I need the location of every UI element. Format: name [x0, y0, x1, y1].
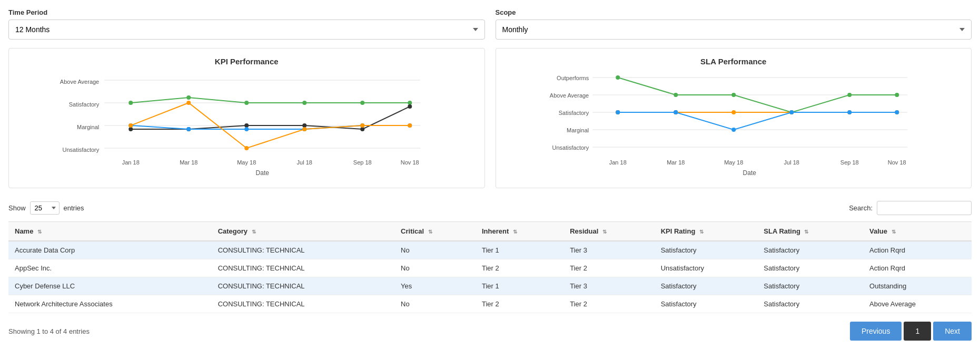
svg-text:Marginal: Marginal [77, 124, 99, 130]
search-input[interactable] [877, 201, 972, 215]
svg-text:Satisfactory: Satisfactory [69, 101, 100, 108]
time-period-label: Time Period [8, 8, 485, 16]
svg-point-25 [360, 127, 364, 131]
time-period-select[interactable]: 12 Months 3 Months 6 Months 24 Months [8, 20, 485, 40]
col-inherent[interactable]: Inherent ⇅ [476, 222, 563, 241]
scope-group: Scope Monthly Quarterly Yearly [496, 8, 972, 40]
scope-label: Scope [496, 8, 972, 16]
table-controls: Show 25 10 50 100 entries Search: [8, 201, 972, 215]
sla-chart-title: SLA Performance [504, 57, 963, 66]
svg-point-26 [408, 104, 412, 109]
page-1-button[interactable]: 1 [904, 322, 931, 341]
svg-text:Date: Date [256, 169, 270, 177]
svg-point-23 [244, 123, 249, 128]
cell-kpiRating: Unsatisfactory [655, 259, 758, 277]
cell-residual: Tier 3 [563, 241, 654, 259]
sla-chart-svg: Outperforms Above Average Satisfactory M… [504, 72, 963, 178]
col-value[interactable]: Value ⇅ [863, 222, 972, 241]
table-header-row: Name ⇅ Category ⇅ Critical ⇅ Inherent ⇅ … [8, 222, 972, 241]
cell-residual: Tier 2 [563, 259, 654, 277]
cell-slaRating: Satisfactory [757, 295, 863, 313]
sort-icon-sla: ⇅ [804, 229, 808, 235]
cell-kpiRating: Satisfactory [655, 277, 758, 295]
sort-icon-value: ⇅ [892, 229, 896, 235]
svg-point-17 [244, 101, 249, 105]
svg-text:Mar 18: Mar 18 [667, 159, 685, 166]
scope-select[interactable]: Monthly Quarterly Yearly [496, 20, 972, 40]
cell-name: Cyber Defense LLC [8, 277, 212, 295]
svg-text:Date: Date [743, 169, 756, 177]
cell-inherent: Tier 2 [476, 295, 563, 313]
svg-text:Sep 18: Sep 18 [840, 159, 858, 166]
showing-text: Showing 1 to 4 of 4 entries [8, 327, 90, 335]
cell-residual: Tier 3 [563, 277, 654, 295]
cell-slaRating: Satisfactory [757, 277, 863, 295]
sort-icon-residual: ⇅ [602, 229, 607, 235]
svg-point-57 [674, 93, 678, 97]
svg-point-34 [186, 101, 191, 105]
svg-point-71 [731, 128, 736, 132]
col-residual[interactable]: Residual ⇅ [563, 222, 654, 241]
svg-point-28 [186, 127, 191, 131]
svg-point-15 [128, 101, 133, 105]
cell-category: CONSULTING: TECHNICAL [212, 259, 394, 277]
charts-row: KPI Performance Above Average Satisfacto… [8, 48, 972, 188]
svg-point-61 [895, 93, 899, 97]
cell-value: Action Rqrd [863, 241, 972, 259]
svg-point-65 [731, 110, 736, 114]
svg-text:Unsatisfactory: Unsatisfactory [552, 144, 589, 151]
svg-text:Above Average: Above Average [60, 79, 99, 85]
svg-point-74 [895, 110, 899, 114]
table-row: Cyber Defense LLCCONSULTING: TECHNICALYe… [8, 277, 972, 295]
table-row: Network Architecture AssociatesCONSULTIN… [8, 295, 972, 313]
svg-text:May 18: May 18 [237, 159, 256, 166]
cell-kpiRating: Satisfactory [655, 295, 758, 313]
sla-chart-container: SLA Performance Outperforms Above Averag… [496, 48, 972, 188]
svg-point-24 [302, 123, 306, 128]
cell-critical: No [394, 295, 476, 313]
col-kpi-rating[interactable]: KPI Rating ⇅ [655, 222, 758, 241]
cell-name: AppSec Inc. [8, 259, 212, 277]
svg-point-35 [244, 146, 249, 150]
kpi-chart-svg: Above Average Satisfactory Marginal Unsa… [17, 72, 476, 178]
cell-kpiRating: Satisfactory [655, 241, 758, 259]
show-label: Show [8, 204, 26, 212]
entries-label: entries [64, 204, 84, 212]
kpi-chart-title: KPI Performance [17, 57, 476, 66]
sort-icon-critical: ⇅ [428, 229, 432, 235]
entries-select[interactable]: 25 10 50 100 [30, 201, 60, 215]
cell-slaRating: Satisfactory [757, 259, 863, 277]
table-row: AppSec Inc.CONSULTING: TECHNICALNoTier 2… [8, 259, 972, 277]
svg-text:Jan 18: Jan 18 [609, 159, 626, 166]
cell-inherent: Tier 2 [476, 259, 563, 277]
svg-point-69 [616, 110, 620, 114]
next-button[interactable]: Next [933, 322, 972, 341]
previous-button[interactable]: Previous [850, 322, 902, 341]
svg-point-21 [128, 127, 133, 131]
col-critical[interactable]: Critical ⇅ [394, 222, 476, 241]
svg-point-73 [847, 110, 852, 114]
svg-text:Satisfactory: Satisfactory [558, 110, 589, 116]
col-category[interactable]: Category ⇅ [212, 222, 394, 241]
cell-inherent: Tier 1 [476, 241, 563, 259]
search-label: Search: [849, 204, 873, 212]
svg-point-16 [186, 95, 191, 100]
svg-text:Nov 18: Nov 18 [401, 159, 419, 166]
svg-point-58 [731, 93, 736, 97]
svg-point-72 [789, 110, 794, 114]
time-period-group: Time Period 12 Months 3 Months 6 Months … [8, 8, 485, 40]
sort-icon-kpi: ⇅ [699, 229, 704, 235]
svg-text:Mar 18: Mar 18 [180, 159, 197, 166]
col-sla-rating[interactable]: SLA Rating ⇅ [757, 222, 863, 241]
svg-point-37 [360, 123, 364, 128]
cell-slaRating: Satisfactory [757, 241, 863, 259]
cell-name: Network Architecture Associates [8, 295, 212, 313]
cell-critical: No [394, 241, 476, 259]
svg-text:Sep 18: Sep 18 [353, 159, 372, 166]
svg-point-38 [408, 123, 412, 128]
data-table: Name ⇅ Category ⇅ Critical ⇅ Inherent ⇅ … [8, 221, 972, 313]
col-name[interactable]: Name ⇅ [8, 222, 212, 241]
cell-critical: Yes [394, 277, 476, 295]
svg-point-29 [244, 127, 249, 131]
pagination-buttons: Previous 1 Next [850, 322, 972, 341]
